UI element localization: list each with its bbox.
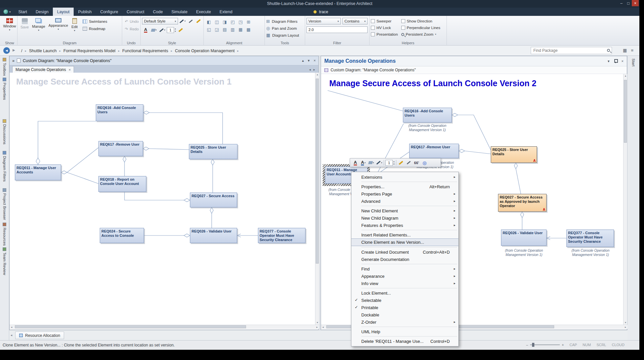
spin-down-icon[interactable]: ▾ bbox=[175, 30, 176, 33]
zoom-out-icon[interactable]: – bbox=[526, 343, 528, 347]
persistent-zoom-button[interactable]: Persistent Zoom▾ bbox=[401, 31, 441, 38]
line-width-spinner[interactable]: 1 ▴▾ bbox=[167, 27, 176, 33]
fill-color-button[interactable]: ▾ bbox=[150, 27, 158, 33]
menu-item-clone-element-as-new-version[interactable]: Clone Element as New Version... bbox=[351, 238, 458, 246]
edit-button[interactable]: Edit ▾ bbox=[70, 17, 79, 33]
requirement-box-req617[interactable]: REQ617 -Remove User bbox=[98, 141, 143, 156]
menu-item-appearance[interactable]: Appearance▸ bbox=[351, 272, 458, 280]
menu-item-delete-element[interactable]: Delete 'REQ011 - Manage Use...Control+D bbox=[351, 338, 458, 345]
line-color-button[interactable]: ▾ bbox=[159, 27, 166, 33]
same-size-button[interactable]: ⊞ bbox=[245, 18, 252, 25]
zoom-slider[interactable] bbox=[530, 344, 560, 345]
tab-start[interactable]: Start bbox=[14, 8, 31, 16]
requirement-box-req026-v2[interactable]: REQ026 - Validate User bbox=[501, 230, 547, 246]
minimize-button[interactable]: – bbox=[618, 0, 625, 6]
menu-item-lock-element[interactable]: Lock Element... bbox=[351, 289, 458, 297]
line-width-spinner[interactable]: 1 ▴▾ bbox=[385, 160, 395, 166]
left-horizontal-scrollbar[interactable]: ◂ ▸ bbox=[10, 325, 319, 329]
align-left-button[interactable]: ◧ bbox=[205, 18, 213, 25]
menu-item-generate-documentation[interactable]: Generate Documentation bbox=[351, 256, 458, 263]
filter-version-select[interactable]: Version▾ bbox=[306, 18, 341, 24]
scroll-left-icon[interactable]: ◂ bbox=[10, 325, 14, 329]
hv-lock-checkbox[interactable]: HV Lock bbox=[371, 24, 398, 31]
fill-color-button[interactable]: ▾ bbox=[368, 159, 375, 166]
requirement-box-req377[interactable]: REQ377 - Console Operator Must Have Secu… bbox=[258, 228, 305, 243]
appearance-button[interactable]: Appearance ▾ bbox=[47, 17, 70, 32]
align-right-button[interactable]: ◨ bbox=[221, 18, 229, 25]
menu-item-advanced[interactable]: Advanced▸ bbox=[351, 198, 458, 205]
apply-style-button[interactable] bbox=[177, 27, 184, 33]
requirement-box-req024[interactable]: REQ024 - Secure Access to Console bbox=[100, 228, 144, 243]
autosize-button[interactable]: ▦ bbox=[237, 26, 244, 33]
scroll-up-icon[interactable]: ▴ bbox=[624, 74, 627, 78]
scroll-right-icon[interactable]: ▸ bbox=[315, 325, 319, 329]
scroll-left-icon[interactable]: ◂ bbox=[321, 325, 325, 329]
manage-button[interactable]: Manage ▾ bbox=[30, 17, 47, 33]
default-style-select[interactable]: Default Style ▾ bbox=[142, 18, 178, 24]
font-color-button[interactable]: A bbox=[142, 27, 149, 33]
sidebar-tab-team-review[interactable]: Team Review bbox=[0, 247, 9, 275]
sidebar-tab-start[interactable]: Start bbox=[627, 58, 639, 66]
menu-item-z-order[interactable]: Z-Order▸ bbox=[351, 318, 458, 326]
menu-item-new-child-element[interactable]: New Child Element▸ bbox=[351, 207, 458, 214]
requirement-box-req018[interactable]: REQ018 - Report on Console User Account bbox=[98, 176, 146, 192]
persistent-zoom-button[interactable]: ◎ bbox=[421, 159, 428, 166]
close-icon[interactable]: × bbox=[622, 59, 624, 63]
pan-and-zoom-button[interactable]: ◎Pan and Zoom bbox=[266, 25, 304, 32]
find-package-input[interactable] bbox=[531, 47, 612, 54]
sidebar-tab-discussions[interactable]: Discussions bbox=[0, 119, 9, 144]
presentation-checkbox[interactable]: Presentation bbox=[371, 31, 398, 38]
zoom-control[interactable]: – + bbox=[526, 343, 564, 347]
tab-scroll-left-icon[interactable]: ◂ bbox=[11, 333, 12, 337]
menu-item-find[interactable]: Find▸ bbox=[351, 265, 458, 272]
right-vertical-scrollbar[interactable]: ▴ ▾ bbox=[623, 74, 627, 325]
tab-publish[interactable]: Publish bbox=[74, 8, 96, 16]
perpendicular-lines-checkbox[interactable]: Perpendicular Lines bbox=[401, 24, 441, 31]
breadcrumb-item-shuttle-launch[interactable]: Shuttle Launch bbox=[29, 49, 56, 53]
tab-construct[interactable]: Construct bbox=[123, 8, 149, 16]
tab-manage-console-operations[interactable]: Manage Console Operations × bbox=[12, 66, 74, 73]
tab-code[interactable]: Code bbox=[149, 8, 167, 16]
same-width-button[interactable]: ▤ bbox=[221, 26, 229, 33]
breadcrumb-item-console-operation-management[interactable]: Console Operation Management bbox=[175, 49, 235, 53]
window-button[interactable]: Window ▾ bbox=[3, 17, 16, 32]
requirement-box-req027-v2[interactable]: REQ027 - Secure Access as Approved by la… bbox=[498, 194, 547, 212]
save-button[interactable]: Save bbox=[19, 17, 30, 30]
scrollbar-thumb[interactable] bbox=[624, 80, 627, 143]
layout-grid-button[interactable]: ▩ bbox=[245, 26, 252, 33]
scroll-down-icon[interactable]: ▾ bbox=[315, 321, 319, 325]
font-button[interactable]: A bbox=[352, 159, 359, 166]
breadcrumb-item-functional-requirements[interactable]: Functional Requirements bbox=[122, 49, 168, 53]
menu-item-properties-page[interactable]: Properties Page▸ bbox=[351, 190, 458, 198]
menu-item-create-linked-document[interactable]: Create Linked DocumentControl+Alt+D bbox=[351, 248, 458, 256]
redo-button[interactable]: ↷Redo bbox=[124, 26, 139, 32]
left-vertical-scrollbar[interactable]: ▴ ▾ bbox=[315, 73, 319, 325]
chevron-down-icon[interactable]: ▾ bbox=[608, 59, 610, 63]
menu-item-info-view[interactable]: Info view▸ bbox=[351, 280, 458, 287]
scrollbar-thumb[interactable] bbox=[316, 79, 319, 264]
format-painter-button[interactable]: ▾ bbox=[179, 18, 186, 24]
menu-item-insert-related-elements[interactable]: Insert Related Elements... bbox=[351, 231, 458, 238]
diagram-layout-button[interactable]: ▦Diagram Layout bbox=[266, 32, 304, 39]
apply-style-button[interactable] bbox=[398, 159, 404, 166]
maximize-button[interactable]: □ bbox=[625, 0, 632, 6]
tab-configure[interactable]: Configure bbox=[96, 8, 122, 16]
align-top-button[interactable]: ◰ bbox=[229, 18, 236, 25]
menu-item-dockable[interactable]: Dockable bbox=[351, 311, 458, 318]
zoom-slider-handle[interactable] bbox=[532, 343, 534, 347]
list-menu-icon[interactable]: ≡ bbox=[631, 48, 633, 53]
font-color-button[interactable]: A▾ bbox=[360, 159, 367, 166]
filter-value-input[interactable] bbox=[306, 26, 368, 33]
style-brush-button[interactable] bbox=[195, 18, 202, 24]
zoom-in-icon[interactable]: + bbox=[562, 343, 564, 347]
collapse-icon[interactable]: ▴ bbox=[302, 58, 304, 63]
tab-resource-allocation[interactable]: Resource Allocation bbox=[15, 332, 64, 339]
grid-view-icon[interactable]: ▦ bbox=[623, 48, 627, 53]
space-even-h-button[interactable]: ◱ bbox=[205, 26, 213, 33]
menu-item-properties[interactable]: Properties...Alt+Return bbox=[351, 183, 458, 190]
menu-item-extensions[interactable]: Extensions▸ bbox=[351, 173, 458, 181]
sidebar-tab-toolbox[interactable]: Toolbox bbox=[0, 58, 9, 76]
forward-button[interactable]: ▶ bbox=[13, 48, 15, 52]
pick-style-button[interactable] bbox=[406, 159, 412, 166]
menu-item-new-child-diagram[interactable]: New Child Diagram▸ bbox=[351, 214, 458, 222]
